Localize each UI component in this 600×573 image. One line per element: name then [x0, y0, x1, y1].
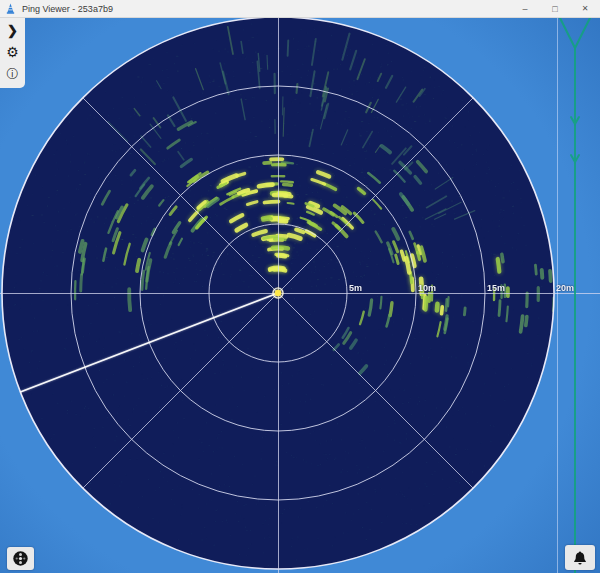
- gear-icon[interactable]: ⚙: [1, 42, 24, 63]
- info-icon[interactable]: ⓘ: [1, 64, 24, 85]
- minimize-button[interactable]: –: [510, 0, 540, 17]
- disc-icon: [12, 550, 29, 567]
- bell-icon: [572, 550, 588, 566]
- window-title: Ping Viewer - 253a7b9: [22, 4, 510, 14]
- maximize-button[interactable]: □: [540, 0, 570, 17]
- close-button[interactable]: ✕: [570, 0, 600, 17]
- expand-panel-icon[interactable]: ❯: [1, 20, 24, 41]
- notifications-button[interactable]: [565, 545, 595, 570]
- sonar-polar-display[interactable]: [0, 0, 600, 573]
- ping-viewer-window: Ping Viewer - 253a7b9 – □ ✕ ❯ ⚙ ⓘ: [0, 0, 600, 573]
- app-logo-icon: [5, 3, 16, 14]
- titlebar[interactable]: Ping Viewer - 253a7b9 – □ ✕: [0, 0, 600, 18]
- replay-button[interactable]: [7, 547, 34, 570]
- left-toolbar: ❯ ⚙ ⓘ: [0, 17, 25, 88]
